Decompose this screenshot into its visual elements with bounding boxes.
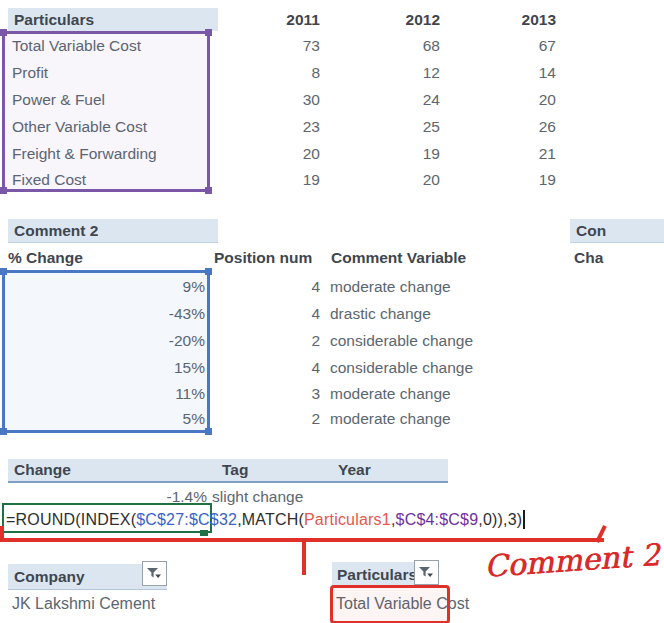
particulars-filter-button[interactable] — [414, 560, 439, 585]
cell-value[interactable]: 30 — [240, 87, 320, 113]
cell-tag-value[interactable]: slight change — [212, 485, 303, 509]
annotation-handwritten-text: Comment 2 — [483, 537, 661, 584]
cell-value[interactable]: 26 — [476, 114, 556, 140]
cell-value[interactable]: 21 — [476, 141, 556, 167]
cell-value[interactable]: 25 — [360, 114, 440, 140]
costs-header-year-2013[interactable]: 2013 — [476, 8, 556, 31]
cell-value[interactable]: 14 — [476, 60, 556, 86]
header-pct-change[interactable]: % Change — [8, 245, 83, 270]
formula-segment-range-purple: $C$4:$C$9 — [396, 511, 479, 528]
costs-header-year-2011[interactable]: 2011 — [240, 8, 320, 31]
header-tag[interactable]: Tag — [222, 459, 248, 481]
header-comment-variable[interactable]: Comment Variable — [331, 245, 466, 270]
selection-handle[interactable] — [0, 268, 7, 275]
cell-value[interactable]: 19 — [476, 167, 556, 193]
filter-funnel-icon — [147, 568, 162, 580]
cut-table-header[interactable]: Cha — [574, 245, 603, 270]
costs-header-year-2012[interactable]: 2012 — [360, 8, 440, 31]
text-cursor — [523, 510, 525, 529]
selection-handle[interactable] — [205, 29, 212, 36]
cell-value[interactable]: 19 — [360, 141, 440, 167]
cell-comment[interactable]: drastic change — [330, 301, 431, 327]
company-value[interactable]: JK Lakshmi Cement — [12, 592, 155, 616]
cell-value[interactable]: 12 — [360, 60, 440, 86]
costs-header-particulars[interactable]: Particulars — [14, 8, 94, 31]
range-selection-blue[interactable] — [2, 270, 210, 433]
cell-pos[interactable]: 2 — [240, 406, 320, 432]
cell-value[interactable]: 67 — [476, 33, 556, 59]
costs-header-row: Particulars 2011 2012 2013 — [0, 8, 664, 31]
filter-funnel-icon — [419, 567, 434, 579]
change-header-row: Change Tag Year — [0, 459, 664, 481]
spreadsheet-canvas: Particulars 2011 2012 2013 Total Variabl… — [0, 0, 664, 623]
cell-comment[interactable]: considerable change — [330, 328, 473, 354]
cell-value[interactable]: 20 — [476, 87, 556, 113]
cell-value[interactable]: 20 — [240, 141, 320, 167]
selection-handle[interactable] — [0, 428, 7, 435]
header-change[interactable]: Change — [14, 459, 71, 481]
formula-segment-range-blue: $C$27:$C$32 — [136, 511, 237, 528]
cell-comment[interactable]: moderate change — [330, 274, 451, 300]
cell-value[interactable]: 68 — [360, 33, 440, 59]
annotation-underline-left-tick — [0, 526, 4, 542]
comment2-header-row: % Change Position num Comment Variable — [0, 245, 664, 270]
selection-handle[interactable] — [0, 29, 7, 36]
formula-segment: ,MATCH( — [237, 511, 304, 528]
cell-pos[interactable]: 3 — [240, 381, 320, 407]
annotation-connector-line — [302, 542, 306, 575]
cell-value[interactable]: 23 — [240, 114, 320, 140]
particulars-value[interactable]: Total Variable Cost — [336, 592, 469, 616]
cell-pos[interactable]: 4 — [240, 274, 320, 300]
cell-value[interactable]: 20 — [360, 167, 440, 193]
cell-pos[interactable]: 2 — [240, 328, 320, 354]
comment2-title[interactable]: Comment 2 — [14, 219, 98, 242]
formula-text[interactable]: =ROUND(INDEX($C$27:$C$32,MATCH(Particula… — [6, 508, 525, 532]
cell-value[interactable]: 8 — [240, 60, 320, 86]
cell-value[interactable]: 73 — [240, 33, 320, 59]
cell-pos[interactable]: 4 — [240, 355, 320, 381]
range-selection-purple[interactable] — [2, 31, 210, 192]
cell-comment[interactable]: considerable change — [330, 355, 473, 381]
selection-handle[interactable] — [205, 187, 212, 194]
formula-segment: =ROUND(INDEX( — [6, 511, 136, 528]
selection-handle[interactable] — [0, 187, 7, 194]
formula-segment-name-red: Particulars1 — [304, 511, 391, 528]
header-year[interactable]: Year — [338, 459, 371, 481]
company-header-label[interactable]: Company — [14, 564, 85, 589]
selection-handle[interactable] — [205, 268, 212, 275]
particulars-header-label[interactable]: Particulars — [337, 562, 417, 587]
cell-comment[interactable]: moderate change — [330, 406, 451, 432]
company-filter-button[interactable] — [142, 561, 167, 586]
header-position-num[interactable]: Position num — [214, 245, 312, 270]
cell-comment[interactable]: moderate change — [330, 381, 451, 407]
cut-table-title[interactable]: Con — [576, 219, 606, 242]
formula-segment: ,0)),3) — [478, 511, 522, 528]
cell-pos[interactable]: 4 — [240, 301, 320, 327]
selection-handle[interactable] — [205, 428, 212, 435]
cell-value[interactable]: 24 — [360, 87, 440, 113]
cell-value[interactable]: 19 — [240, 167, 320, 193]
